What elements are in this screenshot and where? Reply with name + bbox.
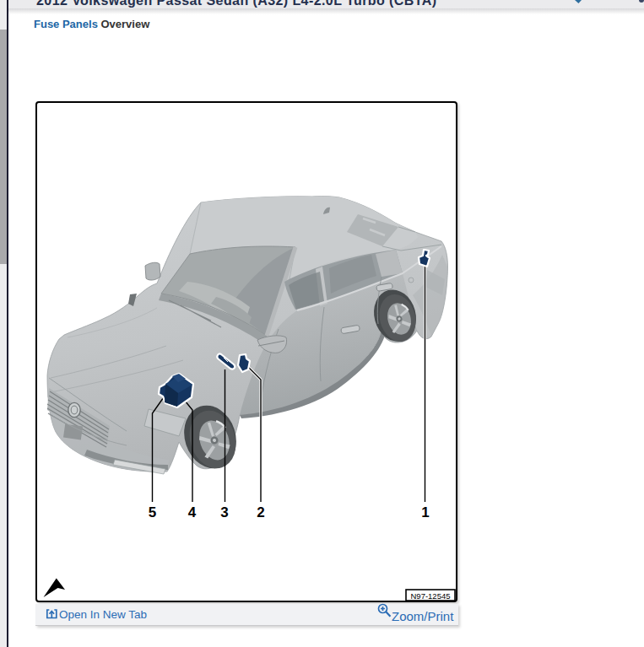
svg-text:2: 2 <box>257 504 264 520</box>
svg-text:4: 4 <box>188 504 197 520</box>
svg-text:1: 1 <box>421 504 429 520</box>
svg-text:5: 5 <box>149 504 156 520</box>
svg-text:3: 3 <box>220 504 228 520</box>
svg-text:N97-12545: N97-12545 <box>410 591 450 601</box>
